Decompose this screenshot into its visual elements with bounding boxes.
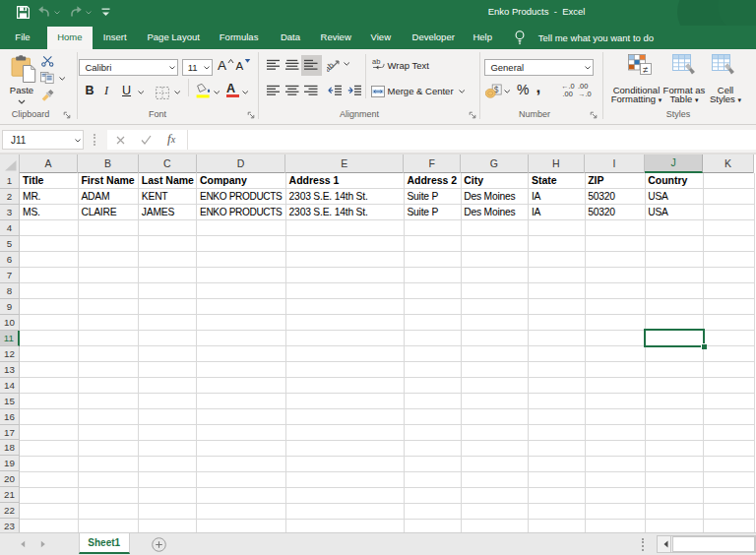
svg-text:.00: .00 — [562, 90, 572, 97]
svg-text:≠: ≠ — [643, 64, 648, 75]
svg-text:→.0: →.0 — [578, 90, 592, 97]
svg-text:ab: ab — [327, 60, 336, 72]
svg-text:ab: ab — [372, 57, 380, 66]
